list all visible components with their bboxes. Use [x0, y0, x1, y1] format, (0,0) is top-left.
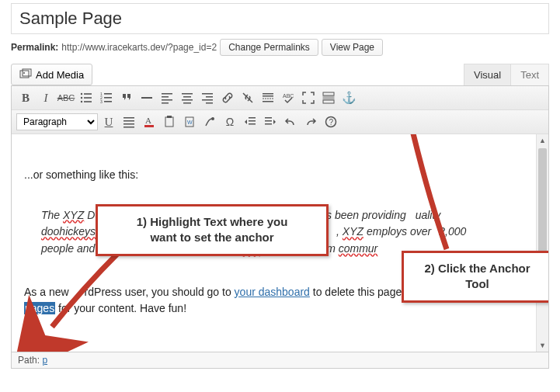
svg-rect-52	[265, 120, 272, 122]
svg-rect-10	[104, 93, 112, 95]
text-color-button[interactable]: A	[140, 113, 158, 130]
svg-line-28	[243, 93, 252, 102]
path-value[interactable]: p	[42, 355, 47, 366]
annotation-step-2: 2) Click the Anchor Tool	[402, 251, 548, 303]
scroll-down-icon[interactable]: ▼	[537, 339, 548, 352]
align-left-button[interactable]	[158, 89, 176, 106]
spellcheck-button[interactable]: ABC	[279, 89, 297, 106]
change-permalinks-button[interactable]: Change Permalinks	[220, 39, 318, 56]
svg-rect-39	[123, 123, 134, 125]
svg-rect-30	[263, 95, 273, 97]
permalink-label: Permalink:	[11, 42, 58, 53]
svg-rect-50	[249, 123, 256, 125]
svg-rect-32	[263, 101, 273, 102]
outdent-button[interactable]	[241, 113, 259, 130]
svg-rect-17	[162, 96, 169, 98]
fullscreen-button[interactable]	[299, 89, 318, 106]
svg-rect-38	[123, 120, 134, 122]
svg-rect-49	[249, 120, 256, 122]
add-media-button[interactable]: Add Media	[11, 64, 92, 85]
bold-button[interactable]: B	[16, 89, 35, 106]
svg-text:ABC: ABC	[283, 93, 294, 99]
unlink-button[interactable]	[238, 89, 257, 106]
hr-button[interactable]	[137, 89, 156, 106]
highlighted-text: pages	[24, 302, 55, 314]
anchor-icon: ⚓	[342, 91, 357, 105]
editor-tabs: Visual Text	[464, 64, 549, 85]
svg-point-7	[81, 101, 82, 102]
tab-visual[interactable]: Visual	[464, 64, 511, 85]
svg-point-3	[81, 93, 82, 95]
media-icon	[19, 68, 32, 81]
svg-text:?: ?	[329, 118, 334, 127]
underline-button[interactable]: U	[99, 113, 118, 130]
svg-rect-37	[123, 117, 134, 119]
svg-rect-18	[162, 99, 172, 101]
more-button[interactable]	[259, 89, 277, 106]
scroll-up-icon[interactable]: ▲	[537, 134, 548, 147]
svg-rect-34	[323, 92, 334, 95]
undo-button[interactable]	[281, 113, 300, 130]
tab-text[interactable]: Text	[511, 64, 549, 85]
svg-rect-48	[249, 117, 256, 119]
svg-rect-24	[202, 93, 213, 95]
svg-text:A: A	[145, 116, 151, 125]
svg-rect-40	[123, 127, 134, 128]
help-button[interactable]: ?	[322, 113, 340, 130]
path-bar: Path: p	[11, 352, 549, 369]
svg-rect-0	[20, 71, 29, 78]
svg-rect-51	[265, 117, 272, 119]
anchor-button[interactable]: ⚓	[339, 89, 358, 106]
svg-rect-19	[162, 102, 169, 104]
svg-rect-35	[323, 96, 334, 99]
svg-rect-16	[162, 93, 172, 95]
scroll-thumb[interactable]	[538, 148, 547, 265]
blockquote-button[interactable]	[117, 89, 136, 106]
indent-button[interactable]	[261, 113, 280, 130]
align-right-button[interactable]	[198, 89, 217, 106]
svg-rect-22	[182, 99, 193, 101]
toolbar-row-1: B I ABC 123 ABC ⚓	[12, 86, 548, 110]
svg-text:W: W	[187, 120, 193, 125]
ordered-list-button[interactable]: 123	[97, 89, 116, 106]
dashboard-link[interactable]: your dashboard	[235, 286, 310, 298]
svg-point-47	[211, 117, 214, 120]
paste-text-button[interactable]	[160, 113, 179, 130]
view-page-button[interactable]: View Page	[322, 39, 383, 56]
page-title: Sample Page	[19, 9, 541, 29]
page-title-input[interactable]: Sample Page	[11, 3, 549, 34]
svg-point-2	[23, 72, 25, 74]
align-justify-button[interactable]	[120, 113, 138, 130]
svg-rect-8	[84, 101, 92, 102]
italic-button[interactable]: I	[37, 89, 55, 106]
svg-rect-6	[84, 97, 92, 99]
strikethrough-button[interactable]: ABC	[57, 89, 75, 106]
redo-button[interactable]	[301, 113, 320, 130]
unordered-list-button[interactable]	[77, 89, 96, 106]
svg-rect-25	[206, 96, 213, 98]
editor-scrollbar[interactable]: ▲ ▼	[536, 134, 548, 352]
svg-point-5	[81, 97, 82, 99]
align-center-button[interactable]	[178, 89, 197, 106]
svg-rect-43	[165, 117, 173, 127]
svg-rect-21	[183, 96, 191, 98]
annotation-step-1: 1) Highlight Text where youwant to set t…	[96, 204, 329, 256]
special-char-button[interactable]: Ω	[221, 113, 239, 130]
svg-rect-26	[202, 99, 213, 101]
format-select[interactable]: Paragraph	[16, 113, 98, 130]
intro-text: ...or something like this:	[24, 167, 536, 184]
kitchen-sink-button[interactable]	[319, 89, 338, 106]
permalink-row: Permalink: http://www.iracekarts.dev/?pa…	[11, 39, 549, 56]
toolbar-row-2: Paragraph U A W Ω ?	[12, 110, 548, 134]
permalink-url: http://www.iracekarts.dev/?page_id=2	[61, 42, 217, 53]
svg-rect-15	[141, 97, 152, 99]
svg-rect-29	[263, 93, 273, 95]
link-button[interactable]	[218, 89, 237, 106]
svg-rect-23	[183, 102, 191, 104]
svg-rect-14	[104, 101, 112, 102]
clear-formatting-button[interactable]	[200, 113, 219, 130]
editor-content[interactable]: ...or something like this: The XYZ Das b…	[12, 134, 548, 352]
svg-rect-27	[206, 102, 213, 104]
svg-rect-4	[84, 93, 92, 95]
paste-word-button[interactable]: W	[180, 113, 199, 130]
